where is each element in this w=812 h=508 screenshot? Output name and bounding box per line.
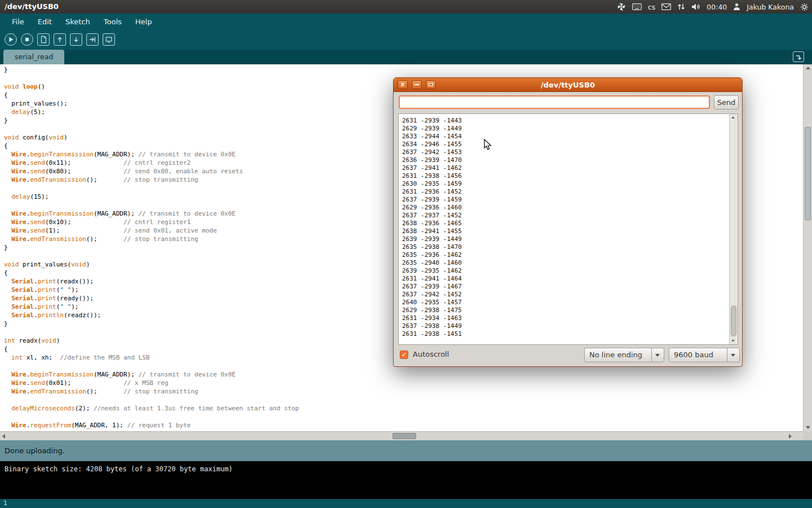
serial-monitor-button[interactable] (103, 33, 115, 46)
serial-scroll-down-icon[interactable] (731, 340, 735, 342)
tab-menu-button[interactable] (793, 51, 804, 62)
scroll-down-icon[interactable] (806, 426, 810, 429)
code-line (4, 201, 299, 209)
code-line: Wire.beginTransmission(MAG_ADDR); // tra… (4, 209, 299, 218)
session-gear-icon[interactable] (800, 3, 809, 11)
line-number: 1 (3, 500, 7, 507)
serial-line: 2639 -2935 -1462 (402, 267, 726, 275)
serial-line: 2638 -2941 -1455 (402, 227, 726, 235)
open-button[interactable] (54, 33, 66, 46)
console-text: Binary sketch size: 4208 bytes (of a 307… (5, 465, 233, 473)
scroll-up-icon[interactable] (806, 67, 810, 69)
chevron-down-icon (655, 354, 660, 357)
code-line: Serial.print(" "); (4, 286, 299, 294)
baud-rate-value: 9600 baud (674, 351, 713, 359)
system-tray: cs 00:40 Jakub Kakona (617, 0, 809, 14)
serial-line: 2631 -2941 -1464 (402, 275, 726, 283)
code-line: Wire.beginTransmission(MAG_ADDR); // tra… (4, 150, 299, 159)
tab-label: serial_read (15, 52, 53, 61)
menu-sketch[interactable]: Sketch (60, 15, 95, 28)
code-line: Wire.send(0x10); // cntrl register1 (4, 218, 299, 226)
verify-button[interactable] (5, 33, 17, 46)
serial-line: 2631 -2938 -1456 (402, 172, 726, 180)
editor-hscrollbar[interactable] (0, 431, 803, 440)
code-line: int readx(void) (4, 336, 299, 345)
code-line: Serial.println(readz()); (4, 311, 299, 319)
code-line: void config(void) (4, 133, 299, 142)
serial-line: 2635 -2940 -1460 (402, 259, 726, 267)
maximize-button[interactable] (426, 80, 436, 89)
vscroll-thumb[interactable] (805, 127, 811, 220)
scrollbar-corner (803, 431, 812, 440)
minimize-button[interactable] (412, 80, 422, 89)
keyboard-layout-label[interactable]: cs (648, 3, 655, 11)
editor-vscrollbar[interactable] (803, 64, 812, 431)
mail-icon[interactable] (661, 3, 671, 10)
code-line (4, 74, 299, 82)
serial-line: 2637 -2942 -1452 (402, 291, 726, 299)
serial-line: 2630 -2935 -1459 (402, 180, 726, 188)
user-icon[interactable] (733, 3, 740, 11)
code-line: Wire.send(0x11); // cntrl register2 (4, 159, 299, 167)
scroll-left-icon[interactable] (2, 434, 5, 439)
serial-line: 2637 -2937 -1452 (402, 212, 726, 220)
code-line: Serial.print(readx()); (4, 277, 299, 286)
serial-line: 2634 -2946 -1455 (402, 141, 726, 148)
serial-output: 2631 -2939 -14432629 -2939 -14492633 -29… (399, 114, 729, 344)
serial-send-input[interactable] (399, 95, 710, 109)
scroll-right-icon[interactable] (789, 434, 792, 439)
menu-help[interactable]: Help (130, 15, 157, 28)
code-line: { (4, 269, 299, 277)
code-line: Serial.print(" "); (4, 303, 299, 311)
serial-output-area[interactable]: 2631 -2939 -14432629 -2939 -14492633 -29… (398, 113, 738, 345)
save-button[interactable] (70, 33, 82, 46)
hscroll-thumb[interactable] (392, 433, 416, 439)
close-button[interactable]: x (398, 80, 408, 89)
status-bar: Done uploading. (0, 440, 812, 461)
code-line: Wire.endTransmission(); // stop transmit… (4, 387, 299, 396)
tab-bar: serial_read (0, 50, 812, 64)
volume-icon[interactable] (691, 3, 700, 11)
code-line: print_values(); (4, 99, 299, 108)
code-line (4, 362, 299, 370)
autoscroll-checkbox[interactable]: ✓ (400, 351, 408, 359)
serial-monitor-titlebar[interactable]: x /dev/ttyUSB0 (394, 78, 742, 92)
user-name[interactable]: Jakub Kakona (747, 3, 794, 11)
window-controls: x (398, 80, 436, 89)
serial-scroll-thumb[interactable] (731, 305, 736, 336)
window-title: /dev/ttyUSB0 (5, 2, 59, 11)
keyboard-layout-icon[interactable] (632, 3, 642, 10)
maximize-icon (429, 83, 433, 86)
tab-serial-read[interactable]: serial_read (3, 50, 64, 64)
console-output: Binary sketch size: 4208 bytes (of a 307… (0, 461, 812, 499)
serial-line: 2633 -2944 -1454 (402, 133, 726, 141)
new-sketch-button[interactable] (37, 33, 50, 46)
network-traffic-icon[interactable] (677, 3, 685, 11)
sync-icon[interactable] (617, 2, 626, 11)
serial-scroll-up-icon[interactable] (731, 116, 735, 119)
code-line (4, 413, 299, 421)
serial-scrollbar[interactable] (729, 114, 738, 344)
serial-line: 2637 -2942 -1453 (402, 148, 726, 156)
serial-monitor-controls: ✓ Autoscroll No line ending 9600 baud (398, 348, 738, 362)
serial-line: 2640 -2935 -1457 (402, 299, 726, 306)
stop-button[interactable] (21, 33, 33, 46)
code-line: delay(15); (4, 192, 299, 201)
menu-edit[interactable]: Edit (33, 15, 57, 28)
code-line: void loop() (4, 82, 299, 91)
send-button[interactable]: Send (714, 95, 739, 110)
menu-tools[interactable]: Tools (99, 15, 127, 28)
line-ending-select[interactable]: No line ending (584, 348, 664, 362)
code-line: } (4, 319, 299, 328)
serial-line: 2637 -2938 -1449 (402, 322, 726, 330)
clock[interactable]: 00:40 (707, 3, 727, 11)
code-line: Wire.endTransmission(); // stop transmit… (4, 176, 299, 184)
serial-line: 2629 -2939 -1449 (402, 125, 726, 133)
baud-rate-select[interactable]: 9600 baud (669, 348, 740, 362)
line-ending-arrow-button[interactable] (651, 348, 664, 362)
minimize-icon (414, 84, 419, 85)
upload-button[interactable] (86, 33, 99, 46)
serial-line: 2638 -2936 -1465 (402, 220, 726, 227)
baud-rate-arrow-button[interactable] (727, 348, 739, 362)
menu-file[interactable]: File (7, 15, 29, 28)
